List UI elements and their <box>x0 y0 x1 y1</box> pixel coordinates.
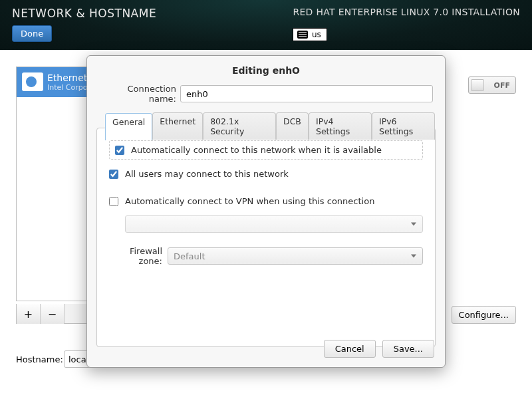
connection-name-label: Connection name: <box>99 84 180 104</box>
auto-vpn-row: Automatically connect to VPN when using … <box>109 196 423 206</box>
connection-name-input[interactable] <box>180 85 433 102</box>
keyboard-layout-indicator[interactable]: us <box>293 28 327 41</box>
tab-general[interactable]: General <box>105 113 152 140</box>
connection-toggle[interactable]: OFF <box>468 76 516 94</box>
tab-8021x-security[interactable]: 802.1x Security <box>203 112 276 140</box>
ethernet-icon <box>22 72 43 91</box>
keyboard-layout-value: us <box>312 30 321 39</box>
dialog-buttons: Cancel Save... <box>324 340 434 358</box>
firewall-zone-row: Firewall zone: Default <box>109 246 423 266</box>
keyboard-icon <box>297 31 308 39</box>
dialog-title: Editing enhO <box>87 56 445 84</box>
cancel-button[interactable]: Cancel <box>324 340 376 358</box>
auto-vpn-label: Automatically connect to VPN when using … <box>125 196 374 206</box>
page-title: NETWORK & HOSTNAME <box>12 7 156 20</box>
auto-connect-checkbox[interactable] <box>115 146 124 155</box>
tab-row: General Ethernet 802.1x Security DCB IPv… <box>105 112 435 140</box>
save-button[interactable]: Save... <box>382 340 434 358</box>
tab-dcb[interactable]: DCB <box>276 112 309 140</box>
tab-ethernet[interactable]: Ethernet <box>152 112 203 140</box>
installer-subtitle: RED HAT ENTERPRISE LINUX 7.0 INSTALLATIO… <box>293 7 520 17</box>
auto-vpn-checkbox[interactable] <box>109 197 118 206</box>
toggle-state-label: OFF <box>494 81 510 90</box>
all-users-row: All users may connect to this network <box>109 169 423 179</box>
tab-ipv4-settings[interactable]: IPv4 Settings <box>309 112 372 140</box>
installer-topbar: NETWORK & HOSTNAME RED HAT ENTERPRISE LI… <box>0 0 532 50</box>
connection-tabs: General Ethernet 802.1x Security DCB IPv… <box>96 128 436 347</box>
configure-button[interactable]: Configure... <box>452 306 516 324</box>
auto-connect-row: Automatically connect to this network wh… <box>109 140 423 160</box>
remove-device-button[interactable]: − <box>41 304 65 324</box>
auto-connect-label: Automatically connect to this network wh… <box>131 145 382 155</box>
vpn-select[interactable] <box>125 215 423 233</box>
tab-body-general: Automatically connect to this network wh… <box>97 128 435 278</box>
firewall-zone-select[interactable]: Default <box>168 247 423 265</box>
done-button[interactable]: Done <box>12 25 52 42</box>
add-device-button[interactable]: + <box>17 304 41 324</box>
all-users-checkbox[interactable] <box>109 170 118 179</box>
toggle-knob <box>471 79 484 91</box>
edit-connection-dialog: Editing enhO Connection name: General Et… <box>86 55 446 368</box>
tab-ipv6-settings[interactable]: IPv6 Settings <box>372 112 435 140</box>
vpn-select-wrap <box>125 215 423 233</box>
all-users-label: All users may connect to this network <box>125 169 289 179</box>
hostname-label: Hostname: <box>16 354 63 364</box>
firewall-zone-label: Firewall zone: <box>109 246 168 266</box>
work-area: Ethernet Intel Corporation + − OFF Confi… <box>0 50 532 399</box>
